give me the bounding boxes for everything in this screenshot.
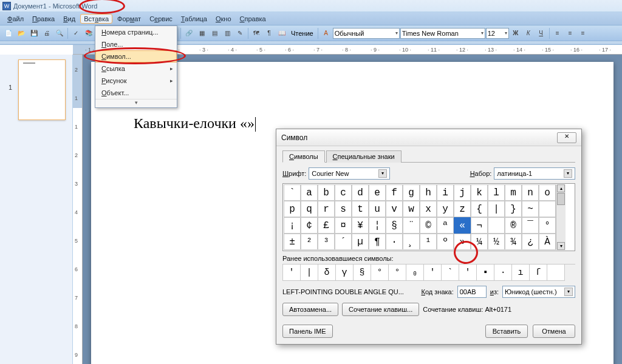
autocorrect-button[interactable]: Автозамена... [282,303,338,316]
insert-button[interactable]: Вставить [485,325,528,338]
symbol-cell[interactable]: t [352,201,369,217]
symbol-cell[interactable]: a [301,184,318,201]
align-center-icon[interactable]: ≡ [564,27,576,39]
subset-select[interactable]: латиница-1▾ [494,167,575,180]
recent-symbol-cell[interactable] [547,265,565,281]
tab-symbols[interactable]: Символы [282,150,325,163]
recent-symbol-cell[interactable]: ′ [459,265,477,281]
symbol-cell[interactable]: w [403,201,420,217]
symbol-cell[interactable]: ¡ [284,217,301,234]
menu-insert[interactable]: Вставка [80,14,112,24]
recent-symbol-cell[interactable]: γ [336,265,354,281]
font-combo[interactable]: Times New Roman▾ [400,28,485,39]
scroll-down-icon[interactable]: ▾ [557,242,565,250]
symbol-cell[interactable]: } [505,201,522,217]
symbol-cell[interactable]: ² [301,234,318,250]
symbol-cell[interactable]: i [437,184,454,201]
symbol-cell[interactable]: ¥ [352,217,369,234]
recent-symbol-cell[interactable]: ſ [530,265,547,281]
menu-item[interactable]: Ссылка▸ [95,62,177,75]
symbol-cell[interactable]: º [437,234,454,250]
symbol-cell[interactable]: ` [284,184,301,201]
scroll-up-icon[interactable]: ▴ [557,184,565,192]
spell-icon[interactable]: ✓ [70,27,82,39]
symbol-cell[interactable]: ¼ [471,234,488,250]
close-icon[interactable]: ✕ [557,132,576,143]
show-marks-icon[interactable]: ¶ [263,27,275,39]
symbol-cell[interactable]: b [318,184,335,201]
symbol-cell[interactable]: ® [505,217,522,234]
menu-file[interactable]: Файл [4,14,27,24]
symbol-cell[interactable]: ¾ [505,234,522,250]
new-doc-icon[interactable]: 📄 [2,27,15,39]
recent-symbol-cell[interactable]: ▪ [477,265,494,281]
columns-icon[interactable]: ▥ [221,27,233,39]
symbol-cell[interactable]: d [352,184,369,201]
symbol-cell[interactable]: ª [437,217,454,234]
symbol-cell[interactable]: g [403,184,420,201]
menu-view[interactable]: Вид [60,14,79,24]
symbol-cell[interactable]: · [386,234,403,250]
symbol-cell[interactable]: e [369,184,386,201]
menu-item[interactable]: Номера страниц... [95,26,177,38]
preview-icon[interactable]: 🔍 [53,27,66,39]
style-combo[interactable]: Обычный▾ [333,28,400,39]
symbol-cell[interactable]: ¶ [369,234,386,250]
save-icon[interactable]: 💾 [28,27,40,39]
menu-table[interactable]: Таблица [177,14,211,24]
grid-scrollbar[interactable]: ▴ ▾ [556,184,566,250]
symbol-cell[interactable]: À [539,234,556,250]
symbol-cell[interactable]: q [301,201,318,217]
recent-symbol-cell[interactable]: ′ [424,265,442,281]
menu-item[interactable]: Поле... [95,38,177,50]
reading-layout-icon[interactable]: 📖 [276,27,288,39]
menu-window[interactable]: Окно [212,14,235,24]
align-left-icon[interactable]: ≡ [552,27,564,39]
recent-symbol-cell[interactable]: ∙ [494,265,512,281]
menu-item[interactable]: Рисунок▸ [95,75,177,87]
symbol-cell[interactable]: £ [318,217,335,234]
symbol-cell[interactable]: « [454,217,471,234]
symbol-cell[interactable]: n [522,184,539,201]
underline-button[interactable]: Ч [535,27,547,39]
bold-button[interactable]: Ж [510,27,522,39]
symbol-cell[interactable]: h [420,184,437,201]
doc-map-icon[interactable]: 🗺 [250,27,262,39]
open-icon[interactable]: 📂 [15,27,27,39]
symbol-cell[interactable]: ¤ [335,217,352,234]
menu-item[interactable]: Объект... [95,87,177,99]
recent-symbol-cell[interactable]: ′ [283,265,301,281]
symbol-cell[interactable]: ¦ [369,217,386,234]
symbol-cell[interactable]: ¢ [301,217,318,234]
symbol-cell[interactable]: j [454,184,471,201]
link-icon[interactable]: 🔗 [183,27,195,39]
symbol-cell[interactable]: p [284,201,301,217]
menu-edit[interactable]: Правка [29,14,58,24]
symbol-cell[interactable]: x [420,201,437,217]
shortcut-button[interactable]: Сочетание клавиш... [342,303,419,316]
symbol-cell[interactable]: » [454,234,471,250]
tab-special[interactable]: Специальные знаки [326,150,402,163]
align-right-icon[interactable]: ≡ [577,27,589,39]
symbol-cell[interactable]: o [539,184,556,201]
symbol-cell[interactable]: © [420,217,437,234]
symbol-cell[interactable]: y [437,201,454,217]
symbol-cell[interactable]: ~ [522,201,539,217]
recent-symbol-cell[interactable]: ı [512,265,530,281]
recent-symbol-cell[interactable]: § [354,265,371,281]
symbol-cell[interactable]: ¿ [522,234,539,250]
size-combo[interactable]: 12▾ [486,28,509,39]
excel-icon[interactable]: ▤ [208,27,220,39]
drawing-icon[interactable]: ✎ [234,27,246,39]
styles-icon[interactable]: A [320,27,332,39]
symbol-cell[interactable]: ¯ [522,217,539,234]
symbol-cell[interactable]: c [335,184,352,201]
dialog-titlebar[interactable]: Символ ✕ [276,129,581,146]
symbol-cell[interactable]: ¨ [403,217,420,234]
ime-panel-button[interactable]: Панель IME [282,325,333,338]
scroll-thumb[interactable] [557,193,565,205]
symbol-cell[interactable]: ­ [488,217,505,234]
menu-tools[interactable]: Сервис [146,14,176,24]
print-icon[interactable]: 🖨 [41,27,53,39]
menu-item[interactable]: Символ... [95,50,177,62]
